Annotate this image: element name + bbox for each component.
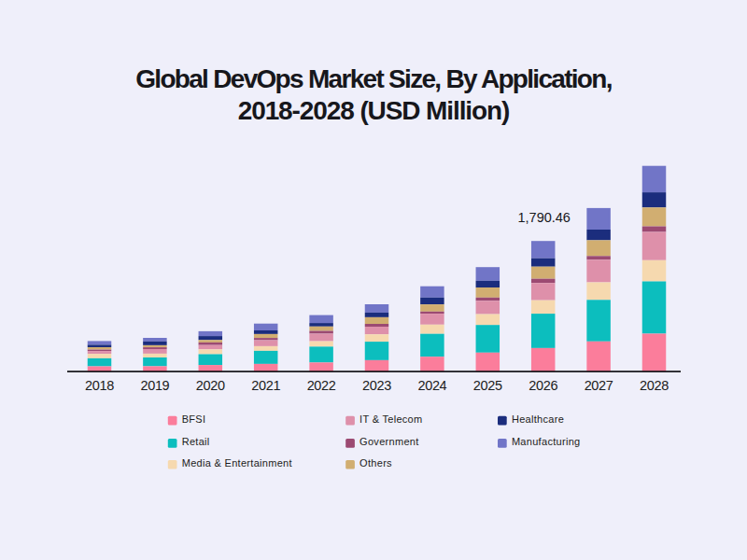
svg-text:2019: 2019 xyxy=(140,378,169,393)
svg-text:Others: Others xyxy=(359,457,392,469)
svg-text:2024: 2024 xyxy=(417,378,446,393)
svg-text:2021: 2021 xyxy=(251,378,280,393)
svg-text:Global DevOps Market Size, By: Global DevOps Market Size, By Applicatio… xyxy=(135,64,611,93)
svg-text:Manufacturing: Manufacturing xyxy=(512,436,581,447)
svg-text:IT & Telecom: IT & Telecom xyxy=(359,413,422,425)
svg-text:Retail: Retail xyxy=(182,436,210,447)
svg-text:2023: 2023 xyxy=(362,378,391,393)
svg-text:Healthcare: Healthcare xyxy=(512,413,564,425)
svg-text:Media & Entertainment: Media & Entertainment xyxy=(182,457,292,469)
svg-text:BFSI: BFSI xyxy=(182,413,206,425)
svg-text:2018-2028 (USD Million): 2018-2028 (USD Million) xyxy=(238,96,510,125)
svg-text:Government: Government xyxy=(359,436,419,447)
svg-text:2027: 2027 xyxy=(585,378,613,393)
svg-text:2022: 2022 xyxy=(307,378,336,393)
svg-text:2020: 2020 xyxy=(196,378,225,393)
svg-text:1,790.46: 1,790.46 xyxy=(517,210,570,225)
svg-text:2018: 2018 xyxy=(85,378,114,393)
svg-text:2026: 2026 xyxy=(529,378,557,393)
svg-text:2025: 2025 xyxy=(473,378,502,393)
svg-text:2028: 2028 xyxy=(640,378,669,393)
